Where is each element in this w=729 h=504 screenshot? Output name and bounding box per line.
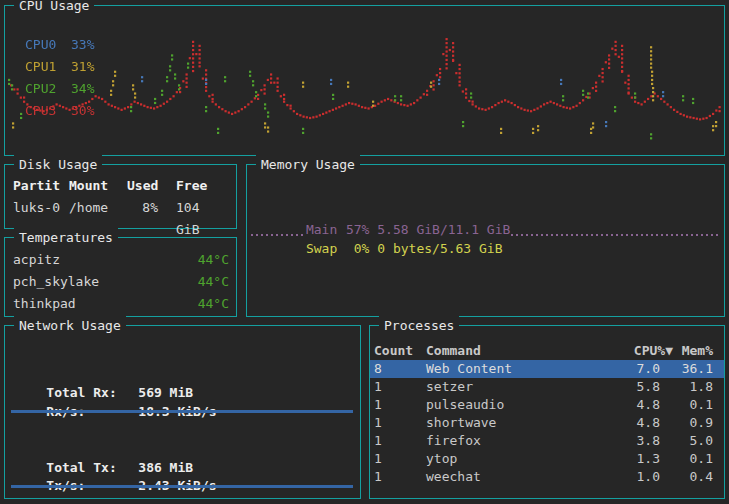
temperatures-panel: Temperatures acpitz 44°C pch_skylake 44°… [4, 237, 237, 317]
process-row-web-content[interactable]: 8 Web Content 7.0 36.1 [370, 360, 724, 378]
process-row-ytop[interactable]: 1 ytop 1.3 0.1 [370, 450, 724, 468]
header-command: Command [426, 342, 608, 360]
sensor-value: 44°C [198, 249, 229, 271]
memory-rows: Main57% 5.58 GiB/11.1 GiB Swap 0% 0 byte… [259, 201, 718, 239]
process-table: Count Command CPU%▼ Mem% 8 Web Content 7… [370, 342, 724, 486]
disk-usage-panel: Disk Usage Partit Mount Used Free luks-0… [4, 164, 237, 229]
cpu3-legend-item: CPU330% [25, 100, 94, 122]
processes-panel-title: Processes [379, 316, 459, 335]
network-rx-total: Total Rx:569 MiB [15, 364, 193, 383]
header-mem: Mem% [660, 342, 718, 360]
memory-swap-row: Swap 0% 0 bytes/5.63 GiB [259, 220, 718, 239]
temperature-row-thinkpad: thinkpad 44°C [13, 293, 229, 315]
processes-panel: Processes Count Command CPU%▼ Mem% 8 Web… [369, 325, 725, 499]
cpu1-legend-item: CPU131% [25, 56, 94, 78]
memory-main-row: Main57% 5.58 GiB/11.1 GiB [259, 201, 718, 220]
memory-swap-value: 0% 0 bytes/5.63 GiB [346, 241, 503, 256]
process-row-weechat[interactable]: 1 weechat 1.0 0.4 [370, 468, 724, 486]
cpu-usage-panel: CPU Usage CPU033% CPU131% CPU234% CPU330… [4, 5, 725, 156]
cpu2-percent: 34% [71, 81, 94, 96]
disk-used: 8% [127, 197, 158, 241]
process-row-setzer[interactable]: 1 setzer 5.8 1.8 [370, 378, 724, 396]
temperature-list: acpitz 44°C pch_skylake 44°C thinkpad 44… [13, 249, 229, 315]
cpu0-legend-item: CPU033% [25, 34, 94, 56]
disk-panel-title: Disk Usage [14, 155, 102, 174]
header-count: Count [374, 342, 426, 360]
disk-table-row: luks-0 /home 8% 104 GiB [13, 197, 230, 219]
cpu3-percent: 30% [71, 103, 94, 118]
memory-swap-label: Swap [306, 239, 346, 258]
network-rx-sparkline [11, 410, 353, 413]
sensor-value: 44°C [198, 293, 229, 315]
temperature-row-pch-skylake: pch_skylake 44°C [13, 271, 229, 293]
temperatures-panel-title: Temperatures [14, 228, 118, 247]
network-tx-total: Total Tx:386 MiB [15, 439, 193, 458]
process-row-firefox[interactable]: 1 firefox 3.8 5.0 [370, 432, 724, 450]
cpu2-legend-item: CPU234% [25, 78, 94, 100]
network-usage-panel: Network Usage Total Rx:569 MiB Rx/s:18.3… [4, 325, 361, 499]
process-row-shortwave[interactable]: 1 shortwave 4.8 0.9 [370, 414, 724, 432]
network-rx-rate: Rx/s:18.3 KiB/s [15, 383, 217, 402]
cpu-legend: CPU033% CPU131% CPU234% CPU330% [25, 34, 94, 122]
cpu0-percent: 33% [71, 37, 94, 52]
sensor-name: acpitz [13, 249, 60, 271]
sensor-name: pch_skylake [13, 271, 99, 293]
disk-free: 104 GiB [158, 197, 230, 241]
network-tx-sparkline [11, 485, 353, 488]
disk-table-header: Partit Mount Used Free [13, 175, 230, 197]
cpu1-percent: 31% [71, 59, 94, 74]
process-row-pulseaudio[interactable]: 1 pulseaudio 4.8 0.1 [370, 396, 724, 414]
sensor-value: 44°C [198, 271, 229, 293]
cpu-usage-graph [6, 7, 725, 155]
network-tx-rate: Tx/s:2.43 KiB/s [15, 457, 217, 476]
memory-usage-panel: Memory Usage Main57% 5.58 GiB/11.1 GiB S… [246, 164, 725, 317]
sensor-name: thinkpad [13, 293, 76, 315]
disk-table: Partit Mount Used Free luks-0 /home 8% 1… [13, 175, 230, 219]
process-table-header: Count Command CPU%▼ Mem% [370, 342, 724, 360]
network-panel-title: Network Usage [14, 316, 126, 335]
temperature-row-acpitz: acpitz 44°C [13, 249, 229, 271]
memory-panel-title: Memory Usage [256, 155, 360, 174]
